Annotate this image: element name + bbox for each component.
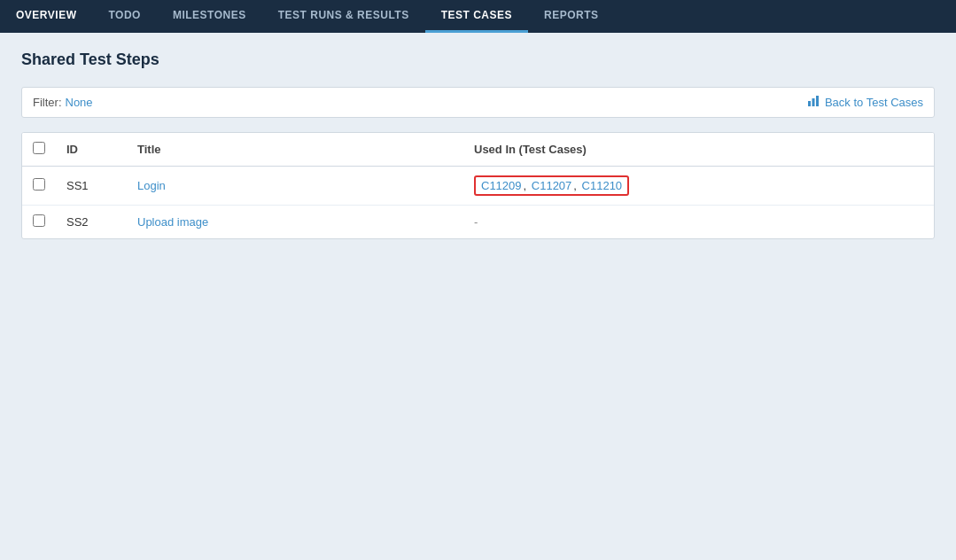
nav-item-todo[interactable]: TODO — [92, 0, 156, 33]
shared-test-steps-table: ID Title Used In (Test Cases) SS1 Login — [21, 132, 935, 239]
top-navigation: OVERVIEW TODO MILESTONES TEST RUNS & RES… — [0, 0, 956, 33]
header-used-in: Used In (Test Cases) — [463, 133, 934, 167]
filter-section: Filter: None — [33, 96, 93, 109]
page-title: Shared Test Steps — [21, 51, 935, 69]
filter-label: Filter: — [33, 96, 62, 109]
header-title: Title — [127, 133, 463, 167]
filter-bar: Filter: None Back to Test Cases — [21, 87, 935, 118]
row-title-ss1: Login — [127, 167, 463, 206]
row-id-ss2: SS2 — [56, 206, 127, 239]
used-in-dash-ss2: - — [474, 215, 478, 229]
main-content: Shared Test Steps Filter: None Back to T… — [0, 33, 956, 257]
used-in-link-c11210[interactable]: C11210 — [582, 179, 623, 192]
table-row: SS2 Upload image - — [22, 206, 934, 239]
back-to-test-cases-button[interactable]: Back to Test Cases — [807, 95, 923, 110]
row-id-ss1: SS1 — [56, 167, 127, 206]
row-used-in-ss1: C11209, C11207, C11210 — [463, 167, 934, 206]
row-checkbox-ss2[interactable] — [33, 214, 45, 227]
row-checkbox-cell — [22, 167, 56, 206]
used-in-link-c11209[interactable]: C11209 — [481, 179, 522, 192]
svg-rect-1 — [812, 98, 814, 106]
separator-2: , — [573, 179, 579, 192]
header-id: ID — [56, 133, 127, 167]
separator-1: , — [524, 179, 530, 192]
back-button-label: Back to Test Cases — [825, 96, 923, 109]
row-title-link-ss1[interactable]: Login — [137, 179, 166, 192]
svg-rect-0 — [808, 101, 811, 106]
row-used-in-ss2: - — [463, 206, 934, 239]
select-all-checkbox[interactable] — [33, 142, 45, 154]
row-title-link-ss2[interactable]: Upload image — [137, 215, 208, 229]
filter-value[interactable]: None — [66, 96, 93, 109]
row-checkbox-cell — [22, 206, 56, 239]
svg-rect-2 — [816, 96, 819, 106]
data-table: ID Title Used In (Test Cases) SS1 Login — [22, 133, 934, 238]
header-checkbox-cell — [22, 133, 56, 167]
nav-item-test-cases[interactable]: TEST CASES — [425, 0, 528, 33]
chart-icon — [807, 95, 820, 110]
nav-item-milestones[interactable]: MILESTONES — [157, 0, 262, 33]
row-title-ss2: Upload image — [127, 206, 463, 239]
used-in-link-c11207[interactable]: C11207 — [532, 179, 572, 192]
table-header-row: ID Title Used In (Test Cases) — [22, 133, 934, 167]
nav-item-test-runs[interactable]: TEST RUNS & RESULTS — [262, 0, 425, 33]
nav-item-reports[interactable]: REPORTS — [528, 0, 615, 33]
row-checkbox-ss1[interactable] — [33, 178, 45, 191]
used-in-highlighted-box: C11209, C11207, C11210 — [474, 175, 629, 196]
table-row: SS1 Login C11209, C11207, C11210 — [22, 167, 934, 206]
nav-item-overview[interactable]: OVERVIEW — [0, 0, 92, 33]
